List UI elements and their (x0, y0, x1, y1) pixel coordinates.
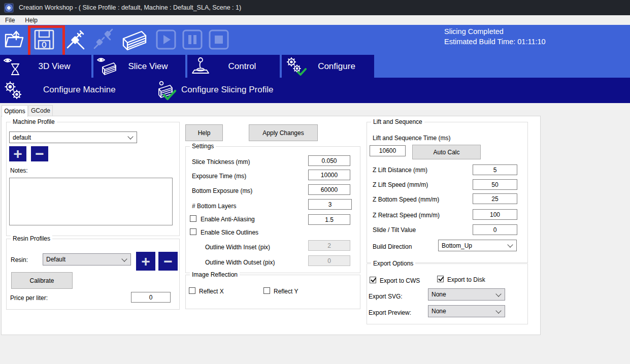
bottom-layers-label: # Bottom Layers (192, 203, 236, 210)
resin-value: Default (46, 256, 65, 263)
add-machine-profile-button[interactable]: + (9, 146, 26, 161)
chevron-down-icon (127, 134, 133, 139)
tab-gcode[interactable]: GCode (28, 105, 53, 116)
lift-sequence-time-input[interactable] (370, 145, 406, 156)
tab-label: Slice View (128, 61, 168, 72)
status-text: Slicing Completed Estimated Build Time: … (444, 26, 546, 47)
configure-subnav: Configure Machine Configure Slicing Prof… (0, 78, 630, 103)
play-icon (155, 29, 177, 50)
outline-inset-label: Outline Width Inset (pix) (205, 244, 270, 251)
tab-label: Configure (318, 61, 355, 72)
subnav-label: Configure Slicing Profile (181, 85, 273, 95)
notes-textarea[interactable] (9, 178, 173, 225)
tab-3d-view[interactable]: 3D View (0, 55, 91, 78)
menu-help[interactable]: Help (20, 16, 43, 25)
connect-button[interactable] (64, 28, 87, 51)
export-svg-select[interactable]: None (428, 288, 505, 301)
export-disk-label: Export to Disk (447, 276, 485, 283)
anti-aliasing-label: Enable Anti-Aliasing (201, 216, 255, 223)
remove-resin-button[interactable]: − (158, 252, 178, 271)
toolbar: Slicing Completed Estimated Build Time: … (0, 25, 630, 55)
open-file-icon (4, 29, 25, 50)
reflect-x-checkbox[interactable] (189, 287, 195, 294)
resin-label: Resin: (11, 256, 28, 263)
slice-profile-check-icon (156, 81, 178, 101)
slice-outlines-checkbox[interactable] (190, 228, 196, 235)
reflect-y-checkbox[interactable] (263, 287, 270, 294)
outline-outset-label: Outline Width Outset (pix) (205, 259, 275, 266)
play-button (154, 28, 178, 51)
export-disk-checkbox[interactable] (437, 276, 444, 282)
slice-icon (121, 28, 148, 51)
anti-aliasing-input[interactable] (308, 214, 350, 225)
tab-options[interactable]: Options (2, 105, 28, 117)
exposure-time-label: Exposure Time (ms) (192, 173, 246, 180)
export-preview-select[interactable]: None (428, 305, 505, 317)
export-preview-value: None (432, 308, 446, 315)
chevron-down-icon (495, 291, 501, 296)
open-file-button[interactable] (3, 28, 26, 51)
gears-check-icon (285, 57, 307, 76)
pause-button (181, 28, 204, 51)
machine-profile-select[interactable]: default (9, 131, 137, 143)
bottom-exposure-label: Bottom Exposure (ms) (192, 187, 252, 194)
build-direction-select[interactable]: Bottom_Up (438, 240, 517, 251)
tab-slice-view[interactable]: Slice View (93, 55, 185, 78)
slice-thickness-label: Slice Thickness (mm) (192, 158, 250, 166)
add-resin-button[interactable]: + (136, 252, 155, 271)
group-title: Image Reflection (190, 271, 240, 278)
chevron-down-icon (495, 308, 501, 313)
group-title: Settings (190, 143, 216, 150)
app-icon (4, 3, 14, 13)
subnav-label: Configure Machine (43, 85, 116, 95)
export-svg-value: None (432, 291, 446, 298)
tab-label: 3D View (39, 61, 71, 72)
export-svg-label: Export SVG: (369, 293, 403, 300)
resin-select[interactable]: Default (43, 253, 131, 266)
anti-aliasing-checkbox[interactable] (190, 215, 196, 222)
remove-machine-profile-button[interactable]: − (31, 146, 48, 161)
slide-tilt-label: Slide / Tilt Value (373, 226, 416, 234)
z-bottom-speed-input[interactable] (473, 193, 517, 204)
chevron-down-icon (121, 256, 127, 261)
lift-sequence-time-label: Lift and Sequence Time (ms) (373, 135, 450, 142)
creation-workshop-window: Creation Workshop - ( Slice Profile : de… (0, 0, 630, 364)
z-lift-speed-label: Z Lift Speed (mm/m) (373, 181, 428, 188)
export-preview-label: Export Preview: (369, 309, 411, 316)
tab-configure[interactable]: Configure (282, 55, 374, 78)
pause-icon (182, 29, 203, 50)
machine-profile-value: default (13, 134, 31, 141)
group-title: Resin Profiles (11, 235, 52, 242)
calibrate-button[interactable]: Calibrate (11, 272, 73, 289)
status-line-1: Slicing Completed (444, 26, 546, 37)
exposure-time-input[interactable] (308, 170, 350, 180)
slice-build-button[interactable] (121, 28, 148, 51)
gears-icon (3, 81, 25, 101)
auto-calc-button[interactable]: Auto Calc (412, 145, 481, 159)
bottom-layers-input[interactable] (308, 199, 352, 210)
z-lift-speed-input[interactable] (473, 179, 517, 190)
slice-thickness-input[interactable] (308, 155, 350, 166)
status-line-2: Estimated Build Time: 01:11:10 (444, 37, 546, 47)
tab-control[interactable]: Control (187, 55, 280, 78)
z-retract-speed-input[interactable] (473, 209, 517, 220)
help-button[interactable]: Help (185, 124, 223, 141)
group-title: Machine Profile (11, 118, 57, 125)
z-lift-distance-label: Z Lift Distance (mm) (373, 167, 427, 174)
reflect-x-label: Reflect X (199, 288, 224, 295)
stop-button (207, 28, 230, 51)
z-lift-distance-input[interactable] (473, 164, 517, 175)
apply-changes-button[interactable]: Apply Changes (249, 124, 318, 141)
menu-file[interactable]: File (0, 16, 20, 25)
slide-tilt-input[interactable] (473, 224, 517, 235)
slice-outlines-label: Enable Slice Outlines (201, 229, 258, 236)
reflect-y-label: Reflect Y (274, 288, 298, 295)
build-direction-label: Build Direction (373, 243, 412, 250)
subnav-configure-slicing-profile[interactable]: Configure Slicing Profile (152, 78, 320, 103)
connect-icon (64, 28, 87, 51)
subnav-configure-machine[interactable]: Configure Machine (0, 78, 152, 103)
z-retract-speed-label: Z Retract Speed (mm/m) (373, 212, 440, 219)
export-cws-checkbox[interactable] (370, 277, 376, 283)
price-per-liter-input[interactable] (131, 292, 171, 303)
bottom-exposure-input[interactable] (308, 184, 350, 195)
